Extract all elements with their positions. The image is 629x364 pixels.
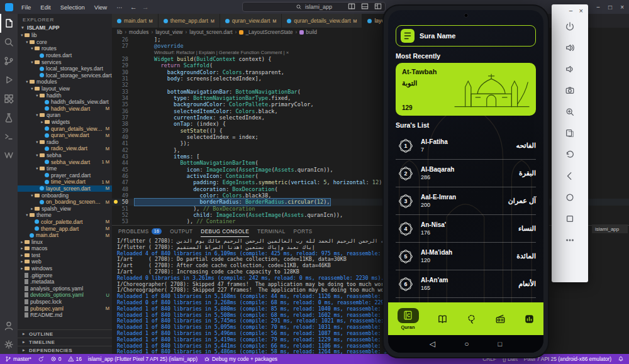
tree-item-theme_app-dart[interactable]: theme_app.dartM <box>18 225 112 232</box>
status-debug-target[interactable]: islami_app (Flutter Pixel 7 API 25) (isl… <box>88 356 198 362</box>
tree-item-local_storage_keys-dart[interactable]: local_storage_keys.dart <box>18 65 112 72</box>
split-editor-icon[interactable] <box>347 2 356 13</box>
sura-list-item[interactable]: 4An-Nisa'176النساء <box>396 215 536 243</box>
tree-item-pubspec-yaml[interactable]: pubspec.yamlM <box>18 305 112 312</box>
emulator-volume-down-button[interactable] <box>552 58 588 80</box>
background-window-tab[interactable]: islami_app <box>592 224 628 233</box>
tree-item-routes[interactable]: ▾routes <box>18 45 112 52</box>
bottom-nav-hadith-tab[interactable] <box>437 314 448 324</box>
tree-item-theme[interactable]: ▾theme <box>18 212 112 219</box>
editor-tab-theme_app-dart[interactable]: theme_app.dartM <box>159 14 220 28</box>
maximize-window-button[interactable]: □ <box>608 4 612 11</box>
tree-item-onboarding[interactable]: ▾onboarding <box>18 192 112 199</box>
breadcrumb-item-lib[interactable]: lib <box>117 29 122 35</box>
explorer-root-folder[interactable]: ▾ ISLAMI_APP <box>18 24 112 32</box>
emulator-power-button[interactable] <box>552 16 588 37</box>
bottom-nav-quran-tab[interactable]: Quran <box>398 308 419 330</box>
activity-testing[interactable] <box>0 108 18 127</box>
tree-item-web[interactable]: ▸web <box>18 258 112 265</box>
emulator-minimize-button[interactable]: − <box>569 7 572 14</box>
emulator-rotate-button[interactable] <box>552 144 588 165</box>
tree-item-lib[interactable]: ▾lib <box>18 32 112 39</box>
sidebar-section-timeline[interactable]: ▸TIMELINE <box>18 338 112 346</box>
tree-item-spalsh_view[interactable]: ▸spalsh_view <box>18 205 112 212</box>
menu-edit[interactable]: Edit <box>36 3 55 12</box>
activity-search[interactable] <box>0 33 18 52</box>
panel-tab-ports[interactable]: PORTS <box>294 226 313 237</box>
panel-tab-terminal[interactable]: TERMINAL <box>257 226 286 237</box>
tree-item-quran[interactable]: ▾quran <box>18 112 112 119</box>
tree-item-color_palette-dart[interactable]: color_palette.dartM <box>18 219 112 226</box>
bottom-nav-time-tab[interactable] <box>524 314 535 324</box>
minimize-window-button[interactable]: − <box>596 4 600 11</box>
emulator-close-button[interactable]: × <box>579 7 583 14</box>
tree-item-analysis_options-yaml[interactable]: analysis_options.yaml <box>18 285 112 292</box>
status-notifications[interactable] <box>618 356 624 362</box>
sura-list-item[interactable]: 3Aal-E-Imran200آل عمران <box>396 187 536 215</box>
tree-item-widgets[interactable]: ▸widgets <box>18 119 112 126</box>
tree-item-sebha[interactable]: ▾sebha <box>18 152 112 159</box>
tree-item-radio_view-dart[interactable]: radio_view.dartM <box>18 145 112 152</box>
tree-item-prayer_card-dart[interactable]: prayer_card.dart <box>18 172 112 179</box>
activity-windsurf[interactable] <box>0 146 18 165</box>
breadcrumb-item-modules[interactable]: modules <box>129 29 148 35</box>
tree-item-hadith_view-dart[interactable]: hadith_view.dartM <box>18 106 112 113</box>
tree-item-hadith[interactable]: ▾hadith <box>18 92 112 99</box>
emulator-volume-up-button[interactable] <box>552 37 588 58</box>
tree-item-routes-dart[interactable]: routes.dart <box>18 52 112 59</box>
tree-item-windows[interactable]: ▸windows <box>18 265 112 272</box>
tree-item-hadith_details_view-dart[interactable]: hadith_details_view.dart <box>18 99 112 106</box>
status-debug-config[interactable]: Debug my code + packages <box>204 356 277 362</box>
emulator-screenshot-button[interactable] <box>552 123 588 144</box>
status-errors[interactable]: 0 <box>50 356 62 362</box>
editor-tab-quran_view-dart[interactable]: quran_view.dartM <box>220 14 282 28</box>
tree-item-pubspec-lock[interactable]: pubspec.lock <box>18 299 112 306</box>
breadcrumb-item-layout_screen-dart[interactable]: layout_screen.dart <box>189 29 232 35</box>
panel-tab-debug-console[interactable]: DEBUG CONSOLE <box>201 226 249 237</box>
editor-tab-main-dart[interactable]: main.dartM <box>112 14 159 28</box>
tree-item--gitignore[interactable]: .gitignore <box>18 272 112 279</box>
status-warnings[interactable]: 16 <box>68 356 82 362</box>
tree-item-time[interactable]: ▾time <box>18 165 112 172</box>
tree-item-services[interactable]: ▾services <box>18 58 112 65</box>
sura-list-item[interactable]: 6Al-An'am165الأنعام <box>396 270 536 298</box>
tree-item-on_boarding_screen_view-dart[interactable]: on_boarding_screen_view.dartM <box>18 199 112 206</box>
emulator-zoom-button[interactable] <box>552 101 588 123</box>
toggle-panel-icon[interactable] <box>360 2 369 13</box>
emulator-camera-button[interactable] <box>552 80 588 101</box>
status-sync[interactable] <box>38 356 44 362</box>
sura-list-item[interactable]: 5Al-Ma'idah120المائدة <box>396 243 536 270</box>
menu-view[interactable]: View <box>90 3 111 12</box>
tree-item-layout_view[interactable]: ▾layout_view <box>18 85 112 92</box>
menu-file[interactable]: File <box>17 3 35 12</box>
tree-item-time_view-dart[interactable]: time_view.dart1 M <box>18 179 112 185</box>
tree-item--metadata[interactable]: .metadata <box>18 279 112 285</box>
tree-item-local_storage_services-dart[interactable]: local_storage_services.dart <box>18 72 112 79</box>
recent-sura-card[interactable]: At-Tawbah التوبة 129 <box>396 63 536 116</box>
tree-item-macos[interactable]: ▸macos <box>18 245 112 252</box>
activity-run-and-debug[interactable] <box>0 70 18 89</box>
breadcrumb-item-build[interactable]: build <box>299 29 317 35</box>
activity-extensions[interactable] <box>0 89 18 108</box>
tree-item-main-dart[interactable]: main.dartM <box>18 232 112 239</box>
tree-item-radio[interactable]: ▾radio <box>18 139 112 146</box>
tree-item-quran_view-dart[interactable]: quran_view.dartM <box>18 132 112 139</box>
editor-tab-quran_details_view-dart[interactable]: quran_details_view.dartM <box>282 14 362 28</box>
android-home-button[interactable]: ○ <box>464 339 469 348</box>
history-back-icon[interactable]: ← <box>130 3 137 11</box>
status-git-branch[interactable]: master* <box>5 356 31 362</box>
bottom-nav-sebha-tab[interactable] <box>466 314 477 324</box>
emulator-back-button[interactable] <box>552 165 588 187</box>
menu--[interactable]: ⋯ <box>112 3 127 12</box>
tree-item-core[interactable]: ▾core <box>18 39 112 46</box>
tree-item-modules[interactable]: ▾modules <box>18 79 112 85</box>
emulator-overview-button[interactable] <box>552 208 588 229</box>
tree-item-README-md[interactable]: README.md <box>18 312 112 319</box>
tree-item-layout_screen-dart[interactable]: layout_screen.dartM <box>18 185 112 192</box>
android-back-button[interactable]: ◁ <box>430 339 435 348</box>
bottom-nav-radio-tab[interactable] <box>495 314 506 324</box>
activity-accounts[interactable] <box>0 316 18 335</box>
tree-item-linux[interactable]: ▸linux <box>18 238 112 245</box>
tree-item-quran_details_view-dart[interactable]: quran_details_view.dartM <box>18 125 112 132</box>
activity-explorer[interactable] <box>0 14 18 33</box>
